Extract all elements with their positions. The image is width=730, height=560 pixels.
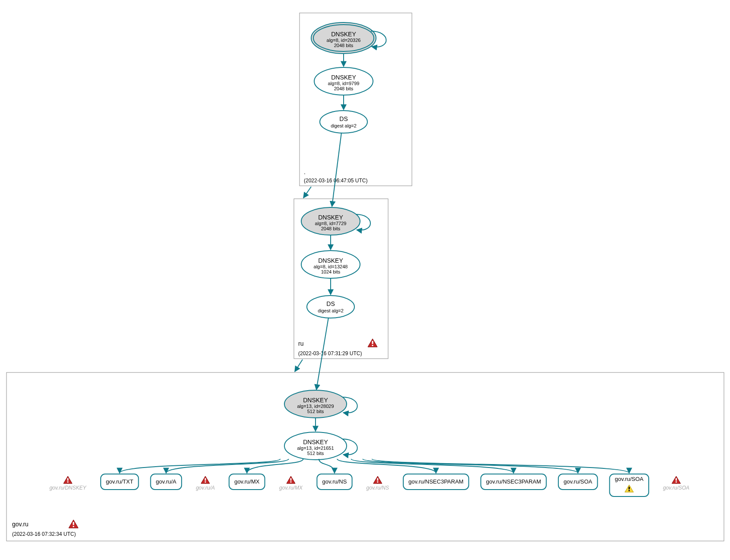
warning-icon [373, 476, 382, 484]
rrset-ghost-label: gov.ru/DNSKEY [49, 485, 86, 491]
rrset-node: gov.ru/NS [317, 474, 352, 490]
svg-rect-42 [205, 478, 206, 481]
node-ru-ds: DS digest alg=2 [307, 296, 354, 318]
rrset-label: gov.ru/MX [234, 478, 260, 485]
rrset-ghost: gov.ru/NS [367, 476, 389, 491]
svg-text:DNSKEY: DNSKEY [318, 257, 343, 264]
svg-text:2048 bits: 2048 bits [321, 226, 341, 231]
svg-text:DNSKEY: DNSKEY [303, 439, 328, 445]
warning-icon [64, 476, 72, 484]
warning-icon [287, 476, 295, 484]
rrset-node: gov.ru/NSEC3PARAM [403, 474, 469, 490]
rrset-label: gov.ru/NSEC3PARAM [486, 478, 541, 485]
warning-icon [672, 476, 681, 484]
svg-text:DNSKEY: DNSKEY [331, 74, 356, 81]
rrset-node: gov.ru/NSEC3PARAM [481, 474, 546, 490]
node-ru-ksk: DNSKEY alg=8, id=7729 2048 bits [301, 207, 360, 235]
zone-govru-ts: (2022-03-16 07:32:34 UTC) [12, 531, 76, 537]
rrset-ghost: gov.ru/MX [279, 476, 303, 491]
node-root-zsk: DNSKEY alg=8, id=9799 2048 bits [314, 67, 373, 95]
rrset-label: gov.ru/NSEC3PARAM [408, 478, 463, 485]
svg-text:512 bits: 512 bits [307, 451, 324, 456]
rrset-node: gov.ru/SOA [609, 474, 649, 496]
rrset-node: gov.ru/A [150, 474, 182, 490]
zone-ru-ts: (2022-03-16 07:31:29 UTC) [298, 350, 362, 356]
node-ru-zsk: DNSKEY alg=8, id=13248 1024 bits [301, 251, 360, 278]
svg-text:alg=13, id=28029: alg=13, id=28029 [297, 404, 334, 409]
zone-govru-label: gov.ru [12, 521, 29, 528]
svg-text:2048 bits: 2048 bits [334, 86, 354, 91]
svg-rect-15 [372, 345, 373, 346]
warning-icon [201, 476, 210, 484]
svg-text:DS: DS [326, 300, 335, 307]
svg-rect-38 [67, 478, 69, 481]
svg-rect-49 [377, 481, 378, 483]
rrset-label: gov.ru/TXT [106, 478, 133, 485]
edge-root-ds-ru-ksk [332, 133, 341, 207]
rrset-ghost: gov.ru/A [196, 476, 215, 491]
svg-rect-45 [290, 478, 292, 481]
svg-text:alg=8, id=9799: alg=8, id=9799 [328, 81, 360, 86]
edge-zsk-rrset [319, 459, 335, 473]
rrset-node: gov.ru/SOA [558, 474, 598, 490]
rrset-ghost-label: gov.ru/SOA [663, 485, 689, 491]
edge-delegation-root-ru [303, 187, 311, 198]
edge-delegation-ru-govru [295, 360, 303, 372]
svg-rect-57 [676, 481, 677, 483]
svg-rect-48 [377, 478, 378, 481]
node-gov-ksk: DNSKEY alg=13, id=28029 512 bits [284, 390, 347, 418]
svg-rect-28 [73, 522, 74, 525]
rrset-ghost-label: gov.ru/A [196, 485, 215, 491]
node-gov-zsk: DNSKEY alg=13, id=21651 512 bits [284, 432, 347, 460]
svg-rect-46 [290, 481, 292, 483]
edge-zsk-rrset [166, 459, 288, 473]
svg-rect-55 [628, 490, 630, 491]
svg-text:DNSKEY: DNSKEY [318, 214, 343, 221]
svg-rect-27 [6, 372, 724, 541]
node-root-ksk: DNSKEY alg=8, id=20326 2048 bits [311, 22, 376, 54]
svg-rect-43 [205, 481, 206, 483]
warning-icon [368, 339, 377, 347]
svg-text:alg=13, id=21651: alg=13, id=21651 [297, 445, 334, 451]
svg-text:digest alg=2: digest alg=2 [318, 308, 344, 313]
svg-rect-54 [628, 487, 630, 490]
svg-text:alg=8, id=7729: alg=8, id=7729 [315, 221, 347, 226]
svg-text:DS: DS [339, 115, 347, 122]
svg-text:512 bits: 512 bits [307, 409, 324, 414]
edge-zsk-rrset [351, 459, 513, 473]
svg-text:2048 bits: 2048 bits [334, 43, 354, 48]
rrset-ghost: gov.ru/SOA [663, 476, 689, 491]
zone-govru: gov.ru (2022-03-16 07:32:34 UTC) [6, 372, 724, 541]
zone-ru-label: ru [298, 340, 303, 347]
rrset-ghost-label: gov.ru/NS [367, 485, 389, 491]
svg-rect-56 [676, 478, 677, 481]
svg-text:1024 bits: 1024 bits [321, 269, 341, 274]
svg-rect-39 [67, 481, 69, 483]
node-root-ds: DS digest alg=2 [320, 111, 367, 133]
warning-icon [69, 520, 78, 528]
rrset-label: gov.ru/NS [322, 478, 347, 485]
rrset-label: gov.ru/A [156, 478, 177, 485]
rrset-node: gov.ru/MX [229, 474, 265, 490]
svg-text:alg=8, id=20326: alg=8, id=20326 [327, 38, 361, 43]
rrset-label: gov.ru/SOA [564, 478, 593, 485]
svg-text:digest alg=2: digest alg=2 [331, 123, 357, 128]
svg-rect-29 [73, 526, 74, 527]
rrset-label: gov.ru/SOA [615, 476, 644, 482]
rrset-ghost-label: gov.ru/MX [279, 485, 303, 491]
rrset-node: gov.ru/TXT [101, 474, 138, 490]
svg-text:alg=8, id=13248: alg=8, id=13248 [314, 264, 348, 269]
svg-text:DNSKEY: DNSKEY [331, 31, 356, 38]
svg-text:DNSKEY: DNSKEY [303, 397, 328, 404]
svg-rect-14 [372, 341, 373, 344]
zone-root-label: . [304, 169, 306, 175]
rrset-ghost: gov.ru/DNSKEY [49, 476, 86, 491]
